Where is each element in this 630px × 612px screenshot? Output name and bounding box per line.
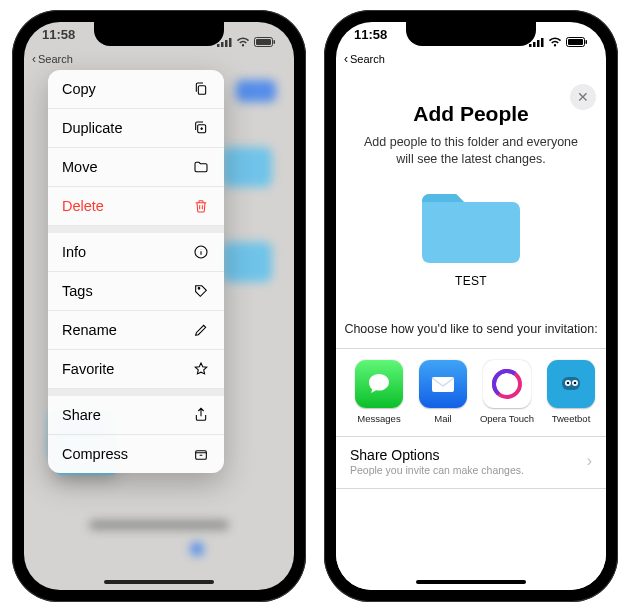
breadcrumb-label: Search (350, 53, 385, 65)
svg-rect-0 (217, 44, 220, 47)
svg-rect-18 (586, 40, 588, 44)
sheet-title: Add People (336, 76, 606, 126)
phone-left: 11:58 ‹ Search (12, 10, 306, 602)
app-label: Messages (357, 408, 400, 424)
share-icon (192, 407, 210, 423)
app-label: Tweetbot (552, 408, 591, 424)
trash-icon (192, 198, 210, 214)
wifi-icon (236, 35, 250, 50)
close-icon: ✕ (577, 89, 589, 105)
menu-item-move[interactable]: Move (48, 148, 224, 187)
share-options-subtitle: People you invite can make changes. (350, 463, 524, 476)
menu-item-label: Copy (62, 81, 96, 97)
menu-item-compress[interactable]: Compress (48, 435, 224, 473)
menu-item-copy[interactable]: Copy (48, 70, 224, 109)
svg-rect-3 (229, 38, 232, 47)
notch (406, 22, 536, 46)
star-icon (192, 361, 210, 377)
home-indicator[interactable] (104, 580, 214, 584)
share-sheet: ✕ Add People Add people to this folder a… (336, 76, 606, 590)
menu-item-label: Favorite (62, 361, 114, 377)
context-menu: Copy Duplicate Move (48, 70, 224, 473)
duplicate-icon (192, 120, 210, 136)
status-indicators (217, 27, 276, 57)
tag-icon (192, 283, 210, 299)
svg-rect-19 (432, 377, 454, 392)
chevron-right-icon: › (587, 452, 592, 470)
svg-point-10 (198, 288, 200, 290)
menu-item-label: Rename (62, 322, 117, 338)
svg-point-26 (574, 382, 577, 385)
svg-point-25 (567, 382, 570, 385)
share-app-tweetbot[interactable]: Tweetbot (542, 360, 600, 424)
archive-icon (192, 446, 210, 462)
share-options-row[interactable]: Share Options People you invite can make… (336, 437, 606, 480)
svg-rect-14 (537, 40, 540, 47)
svg-rect-2 (225, 40, 228, 47)
copy-icon (192, 81, 210, 97)
battery-icon (254, 35, 276, 50)
menu-item-label: Compress (62, 446, 128, 462)
share-options-title: Share Options (350, 447, 524, 463)
menu-item-tags[interactable]: Tags (48, 272, 224, 311)
share-app-opera-touch[interactable]: Opera Touch (478, 360, 536, 424)
breadcrumb-label: Search (38, 53, 73, 65)
menu-separator (48, 226, 224, 233)
home-indicator[interactable] (416, 580, 526, 584)
pencil-icon (192, 322, 210, 338)
menu-item-share[interactable]: Share (48, 396, 224, 435)
menu-item-rename[interactable]: Rename (48, 311, 224, 350)
divider (336, 488, 606, 489)
folder-preview (336, 168, 606, 266)
menu-item-delete[interactable]: Delete (48, 187, 224, 226)
wifi-icon (548, 35, 562, 50)
notch (94, 22, 224, 46)
phone-right: 11:58 ‹ Search (324, 10, 618, 602)
svg-rect-7 (198, 86, 205, 95)
menu-item-label: Move (62, 159, 97, 175)
svg-rect-17 (568, 39, 583, 45)
chevron-left-icon: ‹ (344, 52, 348, 66)
screen-left: 11:58 ‹ Search (24, 22, 294, 590)
close-button[interactable]: ✕ (570, 84, 596, 110)
svg-rect-15 (541, 38, 544, 47)
breadcrumb[interactable]: ‹ Search (344, 52, 385, 66)
share-app-messages[interactable]: Messages (350, 360, 408, 424)
menu-item-label: Delete (62, 198, 104, 214)
info-icon (192, 244, 210, 260)
app-label: Opera Touch (480, 408, 534, 424)
svg-rect-5 (256, 39, 271, 45)
menu-item-duplicate[interactable]: Duplicate (48, 109, 224, 148)
svg-rect-12 (529, 44, 532, 47)
battery-icon (566, 35, 588, 50)
menu-item-favorite[interactable]: Favorite (48, 350, 224, 389)
menu-item-label: Tags (62, 283, 93, 299)
menu-item-label: Share (62, 407, 101, 423)
svg-rect-6 (274, 40, 276, 44)
sheet-subtitle: Add people to this folder and everyone w… (336, 126, 606, 168)
menu-item-info[interactable]: Info (48, 233, 224, 272)
menu-item-label: Duplicate (62, 120, 122, 136)
menu-separator (48, 389, 224, 396)
folder-icon (192, 159, 210, 175)
app-label: Mail (434, 408, 451, 424)
breadcrumb[interactable]: ‹ Search (32, 52, 73, 66)
svg-rect-1 (221, 42, 224, 47)
folder-name: TEST (336, 266, 606, 288)
chevron-left-icon: ‹ (32, 52, 36, 66)
share-app-row[interactable]: Messages Mail Opera Touc (336, 348, 606, 436)
menu-item-label: Info (62, 244, 86, 260)
screen-right: 11:58 ‹ Search (336, 22, 606, 590)
invite-prompt: Choose how you'd like to send your invit… (336, 322, 606, 348)
svg-rect-13 (533, 42, 536, 47)
share-app-mail[interactable]: Mail (414, 360, 472, 424)
status-indicators (529, 27, 588, 57)
